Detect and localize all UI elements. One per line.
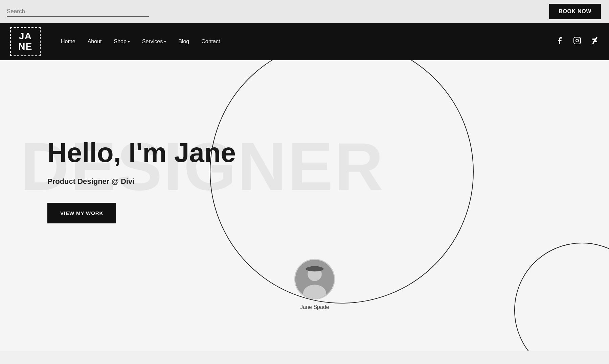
search-input[interactable] <box>7 7 149 17</box>
nav-link-home[interactable]: Home <box>61 39 75 44</box>
svg-point-2 <box>579 39 580 39</box>
hero-section: DESIGNER Hello, I'm Jane Product Designe… <box>0 60 609 351</box>
top-bar: BOOK NOW <box>0 0 609 23</box>
nav-link-services-label: Services <box>142 39 163 45</box>
navbar-right <box>556 37 599 47</box>
navbar-left: JA NE Home About Shop ▾ <box>10 27 220 56</box>
nav-link-shop[interactable]: Shop ▾ <box>114 39 130 45</box>
instagram-icon[interactable] <box>573 37 581 47</box>
logo-line2: NE <box>18 41 32 52</box>
nav-link-contact[interactable]: Contact <box>201 39 220 44</box>
nav-item-contact[interactable]: Contact <box>201 39 220 45</box>
hero-subtitle: Product Designer @ Divi <box>47 177 609 186</box>
profile-area: Jane Spade <box>294 259 335 310</box>
nav-links: Home About Shop ▾ Services ▾ <box>61 39 220 45</box>
nav-link-about[interactable]: About <box>88 39 102 44</box>
hero-heading: Hello, I'm Jane <box>47 138 609 168</box>
site-logo[interactable]: JA NE <box>10 27 41 56</box>
book-now-button[interactable]: BOOK NOW <box>549 4 601 19</box>
nav-link-blog[interactable]: Blog <box>178 39 189 44</box>
logo-line1: JA <box>19 31 32 41</box>
nav-item-services[interactable]: Services ▾ <box>142 39 166 45</box>
svg-rect-0 <box>574 37 581 44</box>
facebook-icon[interactable] <box>556 37 564 47</box>
navbar: JA NE Home About Shop ▾ <box>0 23 609 60</box>
nav-item-blog[interactable]: Blog <box>178 39 189 45</box>
circle-decoration-secondary <box>514 243 609 351</box>
view-work-button[interactable]: VIEW MY WORK <box>47 203 116 223</box>
avatar <box>294 259 335 299</box>
services-dropdown-arrow: ▾ <box>164 40 166 44</box>
nav-item-shop[interactable]: Shop ▾ <box>114 39 130 45</box>
nav-link-services[interactable]: Services ▾ <box>142 39 166 45</box>
search-container <box>7 7 149 17</box>
svg-point-1 <box>576 39 579 42</box>
nav-link-shop-label: Shop <box>114 39 127 45</box>
shop-dropdown-arrow: ▾ <box>128 40 130 44</box>
hero-content: Hello, I'm Jane Product Designer @ Divi … <box>0 60 609 223</box>
nav-item-home[interactable]: Home <box>61 39 75 45</box>
profile-name: Jane Spade <box>300 304 329 310</box>
svg-rect-7 <box>310 266 320 271</box>
deviantart-icon[interactable] <box>591 37 599 47</box>
nav-item-about[interactable]: About <box>88 39 102 45</box>
